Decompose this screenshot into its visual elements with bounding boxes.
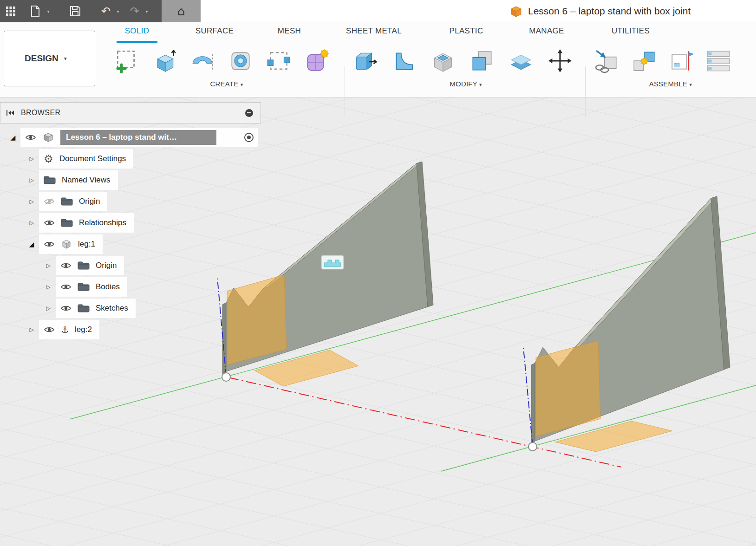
tab-utilities[interactable]: UTILITIES [612,26,650,36]
grounded-anchor-icon: ⚓ [61,325,69,334]
document-cube-icon [510,5,522,18]
tree-row-leg1-bodies[interactable]: ▷ Bodies [0,276,261,298]
create-sketch-icon[interactable] [113,44,139,78]
expander-icon[interactable]: ▷ [24,198,39,205]
activate-component-radio[interactable] [244,133,254,142]
undo-menu-caret-icon[interactable]: ▾ [114,9,122,14]
leg1-origin-point[interactable] [222,373,230,381]
box-joint-sketch-badge[interactable] [321,255,344,269]
create-form-icon[interactable] [304,44,330,78]
derive-selection-icon[interactable] [266,44,292,78]
tree-item-label[interactable]: Bodies [96,282,120,292]
press-pull-icon[interactable] [352,44,378,78]
move-icon[interactable] [547,44,573,78]
tab-sheet-metal[interactable]: SHEET METAL [346,26,402,36]
leg2-origin-point[interactable] [528,442,537,451]
create-caret-icon: ▾ [241,82,243,88]
gear-icon: ⚙ [44,154,53,164]
browser-panel: BROWSER ◢ Lesson 6 – laptop stand wit… ▷… [0,102,261,340]
design-menu-label: DESIGN [25,53,59,64]
home-view-button[interactable]: ⌂ [162,0,201,22]
browser-tree: ◢ Lesson 6 – laptop stand wit… ▷ ⚙ Docum… [0,124,261,340]
visibility-eye-icon[interactable] [60,262,72,269]
design-menu-caret-icon: ▾ [64,56,67,61]
new-component-icon[interactable] [593,44,619,78]
tree-item-label[interactable]: Sketches [96,304,128,313]
visibility-eye-icon[interactable] [44,220,55,226]
tree-row-origin[interactable]: ▷ Origin [0,191,261,212]
expander-icon[interactable]: ◢ [24,240,39,248]
tree-item-label[interactable]: leg:1 [78,240,95,249]
root-component-label[interactable]: Lesson 6 – laptop stand wit… [60,130,216,145]
shell-icon[interactable] [430,44,456,78]
tree-row-leg2[interactable]: ▷ ⚓ leg:2 [0,319,261,340]
revolve-icon[interactable] [189,44,215,78]
tree-row-root-component[interactable]: ◢ Lesson 6 – laptop stand wit… [0,127,261,148]
visibility-eye-icon[interactable] [44,241,55,247]
expander-icon[interactable]: ▷ [24,156,39,162]
hole-icon[interactable] [228,44,254,78]
tree-row-leg1-sketches[interactable]: ▷ Sketches [0,298,261,319]
tab-solid[interactable]: SOLID [125,26,150,36]
visibility-eye-icon[interactable] [25,134,36,141]
modify-caret-icon: ▾ [479,82,482,88]
browser-title: BROWSER [21,109,239,117]
joint-origin-icon[interactable] [668,44,694,78]
quick-access-toolbar: ▾ ↶ ▾ ↷ ▾ ⌂ [0,0,201,22]
tree-item-label[interactable]: Named Views [62,176,111,185]
modify-group: MODIFY ▾ [350,44,581,88]
tree-row-named-views[interactable]: ▷ Named Views [0,169,261,191]
modify-group-label[interactable]: MODIFY ▾ [350,80,581,88]
tree-item-label[interactable]: Origin [79,197,100,206]
expander-icon[interactable]: ▷ [24,177,39,183]
joint-icon[interactable] [631,44,657,78]
combine-icon[interactable] [469,44,495,78]
tab-manage[interactable]: MANAGE [529,26,564,36]
browser-header: BROWSER [0,102,261,124]
app-grid-icon[interactable] [0,0,21,22]
collapse-panel-icon[interactable] [6,110,14,116]
create-group-label[interactable]: CREATE ▾ [111,80,342,88]
document-title: Lesson 6 – laptop stand with box joint [528,6,691,17]
visibility-eye-icon[interactable] [60,305,72,312]
file-new-icon[interactable] [26,0,45,22]
visibility-eye-off-icon[interactable] [44,198,55,205]
expander-icon[interactable]: ▷ [24,220,39,226]
visibility-eye-icon[interactable] [60,284,72,290]
tree-row-leg1[interactable]: ◢ leg:1 [0,234,261,255]
split-body-icon[interactable] [508,44,534,78]
group-separator [585,66,586,117]
file-menu-caret-icon[interactable]: ▾ [45,9,52,14]
tab-plastic[interactable]: PLASTIC [450,26,483,36]
tree-item-label[interactable]: Origin [96,261,117,270]
folder-icon [61,218,73,228]
fillet-icon[interactable] [391,44,417,78]
document-title-area: Lesson 6 – laptop stand with box joint [510,0,691,22]
save-icon[interactable] [65,0,85,22]
expander-icon[interactable]: ▷ [41,284,56,290]
expander-icon[interactable]: ◢ [6,134,20,141]
tree-row-leg1-origin[interactable]: ▷ Origin [0,255,261,276]
tree-row-document-settings[interactable]: ▷ ⚙ Document Settings [0,148,261,169]
tab-mesh[interactable]: MESH [278,26,301,36]
design-workspace-menu[interactable]: DESIGN ▾ [4,31,95,86]
extrude-icon[interactable] [151,44,177,78]
tree-item-label[interactable]: Document Settings [59,154,126,163]
undo-icon[interactable]: ↶ [98,0,114,22]
redo-icon: ↷ [126,0,143,22]
visibility-eye-icon[interactable] [44,326,55,333]
home-icon: ⌂ [177,5,185,17]
tree-item-label[interactable]: Relationships [79,218,126,228]
redo-menu-caret-icon[interactable]: ▾ [143,9,150,14]
assemble-caret-icon: ▾ [690,82,692,88]
assemble-group-label[interactable]: ASSEMBLE ▾ [592,80,749,88]
tree-row-relationships[interactable]: ▷ Relationships [0,212,261,234]
minimize-browser-icon[interactable] [245,109,253,117]
expander-icon[interactable]: ▷ [41,262,56,269]
expander-icon[interactable]: ▷ [41,305,56,312]
expander-icon[interactable]: ▷ [24,326,39,333]
bom-icon[interactable] [705,44,731,78]
tab-surface[interactable]: SURFACE [196,26,234,36]
tree-item-label[interactable]: leg:2 [75,325,92,334]
component-icon [42,132,54,143]
